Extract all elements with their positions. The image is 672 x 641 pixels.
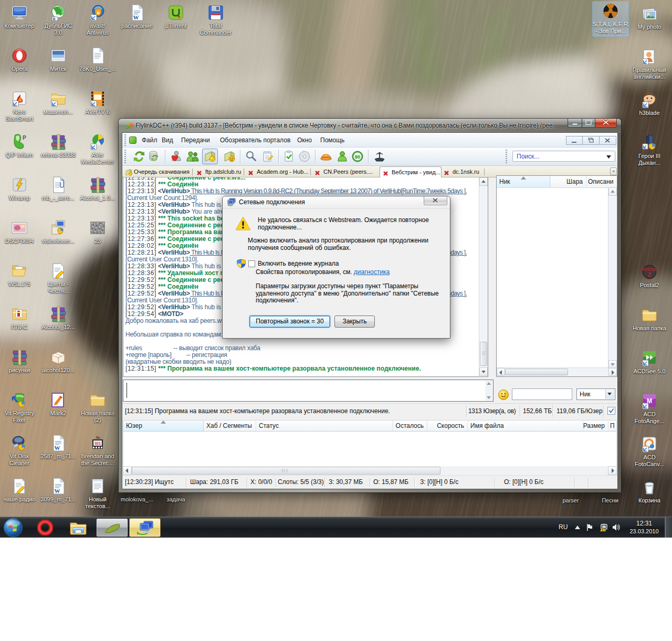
svg-text:POSTAL: POSTAL bbox=[642, 268, 657, 271]
svg-text:.flv: .flv bbox=[95, 435, 100, 440]
svg-text:W: W bbox=[133, 14, 139, 20]
svg-text:80: 80 bbox=[355, 154, 360, 160]
svg-text:W: W bbox=[55, 445, 60, 451]
svg-text:2: 2 bbox=[648, 271, 651, 278]
svg-text:321: 321 bbox=[94, 442, 101, 445]
svg-text:P: P bbox=[23, 135, 26, 141]
svg-text:W: W bbox=[55, 488, 60, 494]
